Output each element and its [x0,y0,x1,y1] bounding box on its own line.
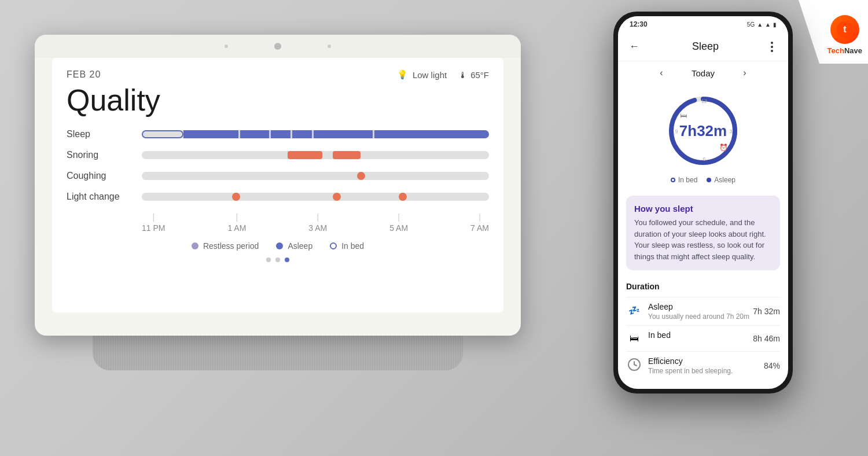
coughing-track [142,172,489,180]
snoring-label: Snoring [67,150,142,160]
time-11pm: 11 PM [142,212,165,233]
light-change-row: Light change [67,192,489,202]
light-change-label: Light change [67,192,142,202]
efficiency-item-sub: Time spent in bed sleeping. [648,367,764,375]
how-you-slept-card: How you slept You followed your schedule… [626,196,780,270]
snoring-row: Snoring [67,150,489,160]
more-dot-3 [771,50,773,52]
duration-title: Duration [626,282,780,291]
asleep-legend-item: Asleep [707,176,735,184]
app-bar: ← Sleep [618,32,788,61]
nest-hub-dot-right [328,45,331,48]
inbed-legend-item: In bed [671,176,697,184]
efficiency-value: 84% [764,361,780,370]
sleep-tick-5 [373,129,374,139]
status-time: 12:30 [630,20,648,28]
sleep-duration-display: 7h32m [679,122,727,140]
sleep-row: Sleep [67,129,489,139]
duration-inbed-item: 🛏 In bed 8h 46m [626,325,780,351]
next-date-button[interactable]: › [738,66,752,80]
hours-unit: h [687,122,697,139]
time-3am: 3 AM [308,212,327,233]
more-options-button[interactable] [765,40,779,54]
sleep-tick-3 [290,129,292,139]
duration-efficiency-item: Efficiency Time spent in bed sleeping. 8… [626,351,780,380]
restless-label: Restless period [203,241,259,251]
inbed-item-name: In bed [648,330,753,340]
technave-text: TechNave [827,46,862,55]
duration-asleep-item: 💤 Asleep You usually need around 7h 20m … [626,297,780,325]
wifi-icon: ▲ [757,21,763,28]
coughing-dot [357,172,365,180]
quality-title: Quality [67,83,489,117]
svg-text:t: t [843,24,847,34]
sleep-minutes: 32 [697,122,713,139]
minutes-unit: m [713,122,727,139]
coughing-label: Coughing [67,171,142,181]
asleep-value: 7h 32m [753,307,780,316]
sleep-tick-1 [238,129,240,139]
inbed-info: In bed [648,330,753,341]
phone-container: 12:30 5G ▲ ▲ ▮ ← Sleep [613,12,793,394]
sleep-hours: 7 [679,122,687,139]
sleep-tick-4 [312,129,314,139]
temp-value: 65°F [470,70,489,80]
signal-icon: ▲ [765,21,771,28]
sleep-duration-circle: 12 3 6 9 🛏 ⏰ 7h32m [663,90,744,171]
app-title: Sleep [646,41,765,53]
date-navigation: ‹ Today › [618,61,788,84]
network-icon: 5G [747,21,755,28]
low-light-label: Low light [413,70,447,80]
inbed-outline [142,130,183,138]
nest-hub-device-container: FEB 20 💡 Low light 🌡 65°F Quality Sleep [35,35,538,370]
status-bar: 12:30 5G ▲ ▲ ▮ [618,16,788,32]
time-7am: 7 AM [470,212,489,233]
circle-legend: In bed Asleep [671,176,735,184]
back-button[interactable]: ← [627,40,641,54]
legend-inbed: In bed [330,241,364,251]
time-axis: 11 PM 1 AM 3 AM 5 AM 7 AM [142,212,489,233]
time-1am: 1 AM [227,212,246,233]
asleep-icon: 💤 [626,302,642,318]
page-dot-2 [275,258,280,262]
low-light-badge: 💡 Low light [397,69,447,80]
technave-icon: t [830,15,859,44]
snoring-seg-2 [333,151,361,159]
asleep-circle-dot [707,178,711,182]
time-5am: 5 AM [389,212,408,233]
coughing-row: Coughing [67,171,489,181]
sleep-label: Sleep [67,129,142,139]
status-icons: 5G ▲ ▲ ▮ [747,21,777,28]
asleep-item-sub: You usually need around 7h 20m [648,312,753,321]
temp-badge: 🌡 65°F [458,70,489,80]
efficiency-info: Efficiency Time spent in bed sleeping. [648,356,764,375]
asleep-label: Asleep [288,241,312,251]
sleep-tick-2 [269,129,271,139]
efficiency-item-name: Efficiency [648,356,764,366]
sleep-fill [183,130,489,138]
inbed-value: 8h 46m [753,334,780,343]
nest-hub-top-bar [35,35,521,58]
slept-card-title: How you slept [634,204,772,214]
asleep-circle-label: Asleep [714,176,735,184]
sleep-circle-section: 12 3 6 9 🛏 ⏰ 7h32m [618,84,788,190]
inbed-circle-label: In bed [678,176,697,184]
prev-date-button[interactable]: ‹ [654,66,668,80]
inbed-circle-dot [671,178,675,182]
snoring-track [142,151,489,159]
more-dot-2 [771,46,773,48]
page-dot-1 [266,258,271,262]
pagination [67,258,489,262]
light-dot-3 [399,193,407,201]
inbed-label: In bed [341,241,364,251]
phone-body: 12:30 5G ▲ ▲ ▮ ← Sleep [613,12,793,394]
circle-time-display: 7h32m [663,90,744,171]
bulb-icon: 💡 [397,69,408,80]
sleep-track [142,130,489,138]
light-dot-1 [232,193,240,201]
duration-section: Duration 💤 Asleep You usually need aroun… [618,276,788,385]
nest-hub-camera [274,43,281,50]
slept-card-text: You followed your schedule, and the dura… [634,217,772,262]
phone-screen: 12:30 5G ▲ ▲ ▮ ← Sleep [618,16,788,389]
nest-hub-dot-left [225,45,228,48]
